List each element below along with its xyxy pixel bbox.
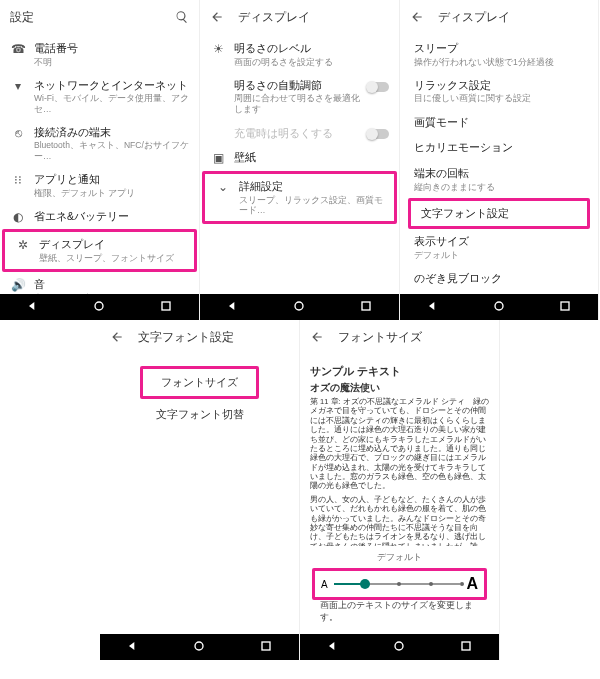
screen-font-settings: 文字フォント設定 フォントサイズ 文字フォント切替 xyxy=(100,320,300,660)
svg-rect-5 xyxy=(561,302,569,310)
page-title: ディスプレイ xyxy=(438,9,510,26)
svg-point-4 xyxy=(495,302,503,310)
item-wallpaper[interactable]: ▣ 壁紙 xyxy=(200,145,399,171)
navbar xyxy=(100,634,299,660)
display-list: ☀ 明るさのレベル画面の明るさを設定する 明るさの自動調節周囲に合わせて明るさを… xyxy=(200,34,399,294)
battery-icon: ◐ xyxy=(10,210,26,224)
chevron-down-icon: ⌄ xyxy=(215,180,231,194)
nav-recent[interactable] xyxy=(557,298,573,317)
toggle[interactable] xyxy=(367,82,389,92)
brightness-icon: ☀ xyxy=(210,42,226,56)
font-size-slider[interactable] xyxy=(334,583,461,585)
font-list: フォントサイズ 文字フォント切替 xyxy=(100,354,299,634)
svg-rect-7 xyxy=(262,642,270,650)
devices-icon: ⎋ xyxy=(10,126,26,140)
sample-sub: オズの魔法使い xyxy=(310,381,489,395)
nav-recent[interactable] xyxy=(258,638,274,657)
svg-point-8 xyxy=(395,642,403,650)
nav-home[interactable] xyxy=(291,298,307,317)
header: ディスプレイ xyxy=(400,0,598,34)
nav-home[interactable] xyxy=(191,638,207,657)
small-a-icon: A xyxy=(321,579,328,590)
item-phone[interactable]: ☎ 電話番号不明 xyxy=(0,36,199,73)
item-sleep[interactable]: スリープ操作が行われない状態で1分経過後 xyxy=(400,36,598,73)
back-arrow-icon[interactable] xyxy=(110,330,124,345)
item-relax[interactable]: リラックス設定目に優しい画質に関する設定 xyxy=(400,73,598,110)
nav-home[interactable] xyxy=(91,298,107,317)
nav-home[interactable] xyxy=(391,638,407,657)
item-apps[interactable]: ⁝⁝ アプリと通知権限、デフォルト アプリ xyxy=(0,167,199,204)
nav-back[interactable] xyxy=(225,298,241,317)
nav-recent[interactable] xyxy=(358,298,374,317)
navbar xyxy=(400,294,598,320)
svg-rect-9 xyxy=(462,642,470,650)
navbar xyxy=(0,294,199,320)
screen-display-adv: ディスプレイ スリープ操作が行われない状態で1分経過後 リラックス設定目に優しい… xyxy=(400,0,599,320)
item-auto-brightness[interactable]: 明るさの自動調節周囲に合わせて明るさを最適化します xyxy=(200,73,399,120)
sample-para2: 男の人、女の人、子どもなど、たくさんの人が歩いていて、だれもかれも緑色の服を着て… xyxy=(310,495,489,546)
item-display[interactable]: ✲ ディスプレイ壁紙、スリープ、フォントサイズ xyxy=(2,229,197,272)
sample-para1: 第 11 章: オズの不思議なエメラルド シティ 緑のメガネで目を守っていても、… xyxy=(310,397,489,491)
large-a-icon: A xyxy=(466,575,478,593)
font-size-body: サンプル テキスト オズの魔法使い 第 11 章: オズの不思議なエメラルド シ… xyxy=(300,354,499,634)
page-title: ディスプレイ xyxy=(238,9,310,26)
item-quality[interactable]: 画質モード xyxy=(400,110,598,136)
item-hikari[interactable]: ヒカリエモーション xyxy=(400,135,598,161)
item-connected[interactable]: ⎋ 接続済みの端末Bluetooth、キャスト、NFC/おサイフケー… xyxy=(0,120,199,167)
back-arrow-icon[interactable] xyxy=(310,330,324,345)
nav-recent[interactable] xyxy=(158,298,174,317)
svg-rect-1 xyxy=(162,302,170,310)
nav-home[interactable] xyxy=(491,298,507,317)
item-charge-bright[interactable]: 充電時は明るくする xyxy=(200,120,399,146)
wifi-icon: ▾ xyxy=(10,79,26,93)
nav-back[interactable] xyxy=(325,638,341,657)
nav-back[interactable] xyxy=(425,298,441,317)
header: 文字フォント設定 xyxy=(100,320,299,354)
item-font-size[interactable]: フォントサイズ xyxy=(140,366,259,399)
header: フォントサイズ xyxy=(300,320,499,354)
item-peek-block[interactable]: のぞき見ブロック xyxy=(400,266,598,292)
item-font-switch[interactable]: 文字フォント切替 xyxy=(100,399,299,430)
phone-icon: ☎ xyxy=(10,42,26,56)
item-display-size[interactable]: 表示サイズデフォルト xyxy=(400,229,598,266)
search-icon[interactable] xyxy=(175,10,189,25)
item-battery[interactable]: ◐ 省エネ&バッテリー xyxy=(0,204,199,230)
screen-font-size: フォントサイズ サンプル テキスト オズの魔法使い 第 11 章: オズの不思議… xyxy=(300,320,500,660)
screen-display: ディスプレイ ☀ 明るさのレベル画面の明るさを設定する 明るさの自動調節周囲に合… xyxy=(200,0,400,320)
sample-heading: サンプル テキスト xyxy=(310,364,489,379)
navbar xyxy=(200,294,399,320)
screen-settings: 設定 ☎ 電話番号不明 ▾ ネットワークとインターネットWi-Fi、モバイル、デ… xyxy=(0,0,200,320)
helper-text: 画面上のテキストのサイズを変更します。 xyxy=(310,600,489,628)
display-icon: ✲ xyxy=(15,238,31,252)
sample-text: サンプル テキスト オズの魔法使い 第 11 章: オズの不思議なエメラルド シ… xyxy=(300,356,499,546)
item-rotation[interactable]: 端末の回転縦向きのままにする xyxy=(400,161,598,198)
page-title: フォントサイズ xyxy=(338,329,422,346)
settings-list: ☎ 電話番号不明 ▾ ネットワークとインターネットWi-Fi、モバイル、データ使… xyxy=(0,34,199,294)
slider-section: デフォルト A A 画面上のテキストのサイズを変更します。 xyxy=(300,546,499,632)
item-network[interactable]: ▾ ネットワークとインターネットWi-Fi、モバイル、データ使用量、アクセ… xyxy=(0,73,199,120)
toggle[interactable] xyxy=(367,129,389,139)
font-size-control: A A xyxy=(312,568,487,600)
navbar xyxy=(300,634,499,660)
slider-label: デフォルト xyxy=(310,552,489,564)
slider-thumb[interactable] xyxy=(360,579,370,589)
back-arrow-icon[interactable] xyxy=(410,10,424,25)
svg-point-0 xyxy=(95,302,103,310)
nav-recent[interactable] xyxy=(458,638,474,657)
item-font-settings[interactable]: 文字フォント設定 xyxy=(408,198,590,230)
slider-tick xyxy=(397,582,401,586)
nav-back[interactable] xyxy=(125,638,141,657)
svg-point-2 xyxy=(295,302,303,310)
sound-icon: 🔊 xyxy=(10,278,26,292)
item-advanced[interactable]: ⌄ 詳細設定スリープ、リラックス設定、画質モード… xyxy=(202,171,397,224)
item-brightness[interactable]: ☀ 明るさのレベル画面の明るさを設定する xyxy=(200,36,399,73)
header: ディスプレイ xyxy=(200,0,399,34)
svg-rect-3 xyxy=(362,302,370,310)
svg-point-6 xyxy=(195,642,203,650)
item-sound[interactable]: 🔊 音音量、バイブレーション、マナーモード xyxy=(0,272,199,294)
nav-back[interactable] xyxy=(25,298,41,317)
wallpaper-icon: ▣ xyxy=(210,151,226,165)
header: 設定 xyxy=(0,0,199,34)
display-adv-list: スリープ操作が行われない状態で1分経過後 リラックス設定目に優しい画質に関する設… xyxy=(400,34,598,294)
back-arrow-icon[interactable] xyxy=(210,10,224,25)
